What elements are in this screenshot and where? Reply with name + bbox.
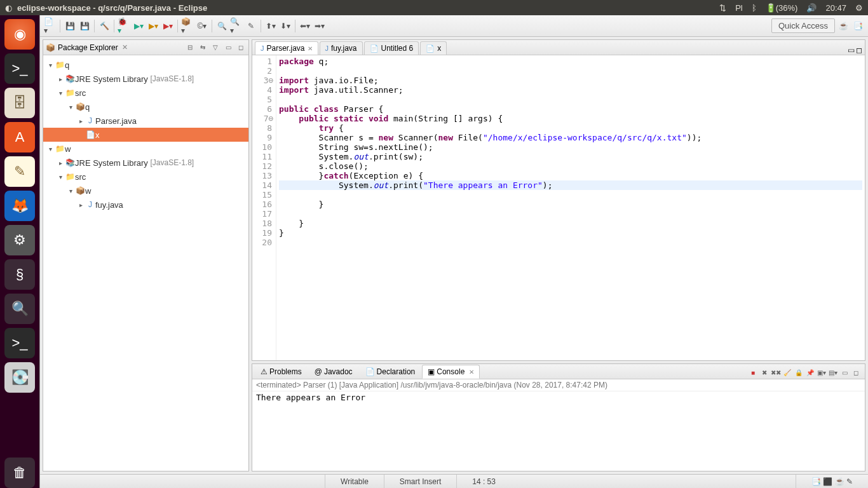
volume-icon[interactable]: 🔊	[806, 3, 817, 13]
minimize-icon[interactable]: ▭	[223, 43, 233, 53]
status-bar: Writable Smart Insert 14 : 53 📑 ⬛ ☕ ✎	[40, 474, 868, 488]
tab-problems[interactable]: ⚠Problems	[255, 365, 308, 379]
launcher-spring[interactable]: §	[4, 259, 35, 290]
file-x[interactable]: 📄x	[43, 128, 248, 142]
bluetooth-icon[interactable]: ᛒ	[752, 3, 757, 13]
status-insert-mode: Smart Insert	[384, 475, 456, 488]
search-button[interactable]: 🔍▾	[230, 20, 243, 32]
coverage-button[interactable]: ▶▾	[147, 20, 159, 32]
bottom-pane: ⚠Problems @Javadoc 📄Declaration ▣Console…	[252, 363, 865, 471]
maximize-icon[interactable]: ◻	[236, 43, 246, 53]
open-type-button[interactable]: 🔍	[215, 20, 228, 32]
eclipse-app-icon: ◐	[5, 3, 12, 13]
file-fuy-java[interactable]: ▸Jfuy.java	[43, 198, 248, 212]
new-pkg-button[interactable]: 📦▾	[181, 20, 194, 32]
open-console-icon[interactable]: ▤▾	[828, 367, 838, 377]
package-tree[interactable]: ▾📁q ▸📚JRE System Library [JavaSE-1.8] ▾📁…	[43, 55, 248, 471]
terminate-icon[interactable]: ■	[748, 367, 758, 377]
javadoc-icon: @	[315, 367, 322, 376]
link-editor-icon[interactable]: ⇆	[198, 43, 208, 53]
launcher-terminal[interactable]: >_	[4, 53, 35, 84]
keyboard-lang[interactable]: Pl	[735, 3, 743, 13]
save-all-button[interactable]: 💾	[78, 20, 91, 32]
view-menu-icon[interactable]: ▽	[210, 43, 220, 53]
src-folder-w[interactable]: ▾📁src	[43, 170, 248, 184]
clock[interactable]: 20:47	[825, 3, 846, 13]
new-class-button[interactable]: ©▾	[196, 20, 208, 32]
battery-icon[interactable]: 🔋(36%)	[766, 3, 798, 13]
launcher-software[interactable]: A	[4, 122, 35, 152]
code-content[interactable]: package q; import java.io.File; import j…	[276, 55, 865, 360]
run-button[interactable]: ▶▾	[132, 20, 145, 32]
back-button[interactable]: ⬅▾	[299, 20, 311, 32]
perspective-java-icon[interactable]: ☕	[837, 20, 850, 32]
file-parser-java[interactable]: ▸JParser.java	[43, 114, 248, 128]
close-tab-icon[interactable]: ✕	[308, 45, 313, 52]
clear-console-icon[interactable]: 🧹	[782, 367, 792, 377]
save-button[interactable]: 💾	[64, 20, 76, 32]
project-w[interactable]: ▾📁w	[43, 142, 248, 156]
launcher-trash[interactable]: 🗑	[4, 458, 35, 488]
launcher-terminal-2[interactable]: >_	[4, 328, 35, 358]
jre-library-q[interactable]: ▸📚JRE System Library [JavaSE-1.8]	[43, 72, 248, 86]
network-icon[interactable]: ⇅	[719, 3, 726, 13]
launcher-settings[interactable]: ⚙	[4, 225, 35, 255]
tab-javadoc[interactable]: @Javadoc	[309, 365, 358, 379]
java-file-icon: J	[261, 44, 264, 52]
tab-console[interactable]: ▣Console✕	[422, 365, 480, 379]
ext-tools-button[interactable]: ▶▾	[161, 20, 174, 32]
launcher-disk[interactable]: 💽	[4, 362, 35, 393]
next-annot-button[interactable]: ⬇▾	[279, 20, 292, 32]
os-menubar: ◐ eclipse-workspace - q/src/q/Parser.jav…	[0, 0, 868, 15]
declaration-icon: 📄	[365, 367, 375, 376]
launcher-ubuntu[interactable]: ◉	[4, 19, 35, 50]
close-tab-icon[interactable]: ✕	[469, 369, 474, 376]
toggle-mark-button[interactable]: ✎	[245, 20, 257, 32]
jre-library-w[interactable]: ▸📚JRE System Library [JavaSE-1.8]	[43, 156, 248, 170]
perspective-open-icon[interactable]: 📑	[851, 20, 864, 32]
build-button[interactable]: 🔨	[98, 20, 111, 32]
line-number-gutter: 1 2 3⊖ 4 5 6 7⊖ 8 9 10 11 12 13 14 15 16…	[252, 55, 276, 360]
eclipse-toolbar: 📄▾ 💾 💾 🔨 🐞▾ ▶▾ ▶▾ ▶▾ 📦▾ ©▾ 🔍 🔍▾ ✎ ⬆▾ ⬇▾ …	[40, 15, 868, 37]
console-max-icon[interactable]: ◻	[851, 367, 861, 377]
scroll-lock-icon[interactable]: 🔒	[794, 367, 804, 377]
project-q[interactable]: ▾📁q	[43, 58, 248, 72]
status-cursor-pos: 14 : 53	[456, 475, 511, 488]
quick-access[interactable]: Quick Access	[771, 18, 835, 33]
view-close-icon[interactable]: ✕	[122, 43, 128, 51]
editor-maximize-icon[interactable]: ◻	[856, 46, 862, 55]
system-gear-icon[interactable]: ⚙	[855, 3, 863, 13]
tab-x[interactable]: 📄x	[420, 41, 447, 55]
console-output[interactable]: There appears an Error	[252, 391, 865, 471]
new-button[interactable]: 📄▾	[44, 20, 57, 32]
status-trim-icons[interactable]: 📑 ⬛ ☕ ✎	[796, 475, 868, 488]
forward-button[interactable]: ➡▾	[313, 20, 326, 32]
tab-fuy-java[interactable]: Jfuy.java	[320, 41, 363, 55]
editor-minimize-icon[interactable]: ▭	[848, 46, 855, 55]
tab-declaration[interactable]: 📄Declaration	[360, 365, 421, 379]
code-editor[interactable]: 1 2 3⊖ 4 5 6 7⊖ 8 9 10 11 12 13 14 15 16…	[252, 55, 865, 360]
package-explorer-view: 📦 Package Explorer ✕ ⊟ ⇆ ▽ ▭ ◻ ▾📁q ▸📚JRE…	[43, 39, 249, 471]
launcher-text-editor[interactable]: ✎	[4, 156, 35, 187]
src-folder-q[interactable]: ▾📁src	[43, 86, 248, 100]
package-w[interactable]: ▾📦w	[43, 184, 248, 198]
java-file-icon: J	[325, 44, 329, 52]
collapse-all-icon[interactable]: ⊟	[185, 43, 195, 53]
debug-button[interactable]: 🐞▾	[118, 20, 130, 32]
package-explorer-title: Package Explorer	[58, 43, 118, 52]
remove-launch-icon[interactable]: ✖	[759, 367, 770, 377]
prev-annot-button[interactable]: ⬆▾	[264, 20, 277, 32]
unity-launcher: ◉ >_ 🗄 A ✎ 🦊 ⚙ § 🔍 >_ 💽 🗑	[0, 15, 39, 488]
launcher-files[interactable]: 🗄	[4, 88, 35, 118]
package-q[interactable]: ▾📦q	[43, 100, 248, 114]
remove-all-icon[interactable]: ✖✖	[771, 367, 781, 377]
pin-console-icon[interactable]: 📌	[805, 367, 815, 377]
editor-tabs: JParser.java✕ Jfuy.java 📄Untitled 6 📄x ▭…	[252, 40, 865, 55]
launcher-search[interactable]: 🔍	[4, 294, 35, 324]
tab-parser-java[interactable]: JParser.java✕	[255, 41, 318, 55]
display-selected-icon[interactable]: ▣▾	[817, 367, 827, 377]
tab-untitled-6[interactable]: 📄Untitled 6	[364, 41, 419, 55]
file-icon: 📄	[370, 44, 379, 53]
console-min-icon[interactable]: ▭	[839, 367, 850, 377]
launcher-firefox[interactable]: 🦊	[4, 191, 35, 221]
